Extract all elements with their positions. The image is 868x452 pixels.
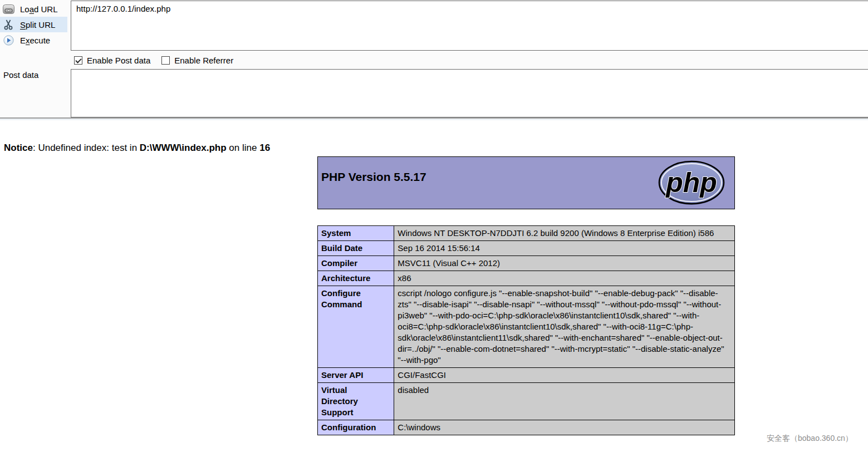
- info-row-label: System: [318, 226, 394, 241]
- table-row: Server APICGI/FastCGI: [318, 368, 735, 383]
- hackbar-toolbar: Load URL Split URL: [0, 0, 868, 119]
- scissors-icon: [2, 19, 15, 30]
- php-version-title: PHP Version 5.5.17: [321, 170, 426, 184]
- options-row: Enable Post data Enable Referrer: [74, 55, 233, 66]
- load-url-label: Load URL: [20, 4, 58, 14]
- info-row-label: Configure Command: [318, 286, 394, 368]
- accesskey-text: a: [30, 4, 34, 14]
- info-row-value: x86: [394, 271, 735, 286]
- php-logo-text: php: [665, 167, 717, 198]
- load-url-icon: [2, 4, 15, 14]
- enable-referrer-option[interactable]: Enable Referrer: [161, 56, 233, 65]
- notice-text: : Undefined index: test in: [33, 143, 140, 153]
- post-data-label: Post data: [3, 70, 38, 80]
- enable-post-data-label: Enable Post data: [87, 56, 150, 65]
- enable-referrer-label: Enable Referrer: [174, 56, 233, 65]
- execute-label: Execute: [20, 36, 50, 45]
- enable-post-data-option[interactable]: Enable Post data: [74, 56, 150, 65]
- info-row-value: Windows NT DESKTOP-N7DDJTI 6.2 build 920…: [394, 226, 735, 241]
- accesskey-text: x: [26, 36, 30, 45]
- notice-path: D:\WWW\index.php: [140, 143, 227, 153]
- info-row-value: CGI/FastCGI: [394, 368, 735, 383]
- info-row-value: disabled: [394, 383, 735, 420]
- table-row: ConfigurationC:\windows: [318, 420, 735, 435]
- enable-referrer-checkbox[interactable]: [161, 56, 170, 65]
- table-row: CompilerMSVC11 (Visual C++ 2012): [318, 256, 735, 271]
- label-text: d URL: [34, 4, 58, 14]
- info-row-value: C:\windows: [394, 420, 735, 435]
- info-row-label: Server API: [318, 368, 394, 383]
- table-row: Architecturex86: [318, 271, 735, 286]
- info-row-value: cscript /nologo configure.js "--enable-s…: [394, 286, 735, 368]
- info-row-label: Configuration: [318, 420, 394, 435]
- info-row-label: Virtual Directory Support: [318, 383, 394, 420]
- split-url-button[interactable]: Split URL: [0, 17, 67, 32]
- info-row-value: Sep 16 2014 15:56:14: [394, 241, 735, 256]
- label-text: ecute: [30, 36, 51, 45]
- php-logo-icon: php: [658, 160, 725, 208]
- notice-word: Notice: [4, 143, 33, 153]
- notice-line-number: 16: [259, 143, 270, 153]
- split-url-label: Split URL: [20, 20, 55, 30]
- php-version-header: PHP Version 5.5.17 php: [317, 156, 735, 209]
- load-url-button[interactable]: Load URL: [0, 1, 67, 17]
- php-notice: Notice: Undefined index: test in D:\WWW\…: [4, 143, 270, 154]
- screen: Load URL Split URL: [0, 0, 868, 452]
- notice-text: on line: [227, 143, 260, 153]
- execute-button[interactable]: Execute: [0, 32, 67, 48]
- table-row: Build DateSep 16 2014 15:56:14: [318, 241, 735, 256]
- php-info-table-body: SystemWindows NT DESKTOP-N7DDJTI 6.2 bui…: [318, 226, 735, 435]
- enable-post-data-checkbox[interactable]: [74, 56, 82, 65]
- info-row-label: Architecture: [318, 271, 394, 286]
- info-row-label: Build Date: [318, 241, 394, 256]
- label-text: E: [20, 36, 26, 45]
- url-input[interactable]: http://127.0.0.1/index.php: [71, 1, 868, 51]
- label-text: Lo: [20, 4, 30, 14]
- info-row-label: Compiler: [318, 256, 394, 271]
- accesskey-text: S: [20, 20, 26, 30]
- info-row-value: MSVC11 (Visual C++ 2012): [394, 256, 735, 271]
- post-data-input[interactable]: [71, 69, 868, 117]
- play-icon: [2, 35, 15, 46]
- table-row: Virtual Directory Supportdisabled: [318, 383, 735, 420]
- watermark: 安全客（bobao.360.cn）: [767, 434, 853, 444]
- php-info-table: SystemWindows NT DESKTOP-N7DDJTI 6.2 bui…: [317, 225, 735, 435]
- label-text: plit URL: [26, 20, 55, 30]
- table-row: SystemWindows NT DESKTOP-N7DDJTI 6.2 bui…: [318, 226, 735, 241]
- table-row: Configure Commandcscript /nologo configu…: [318, 286, 735, 368]
- page-content: Notice: Undefined index: test in D:\WWW\…: [0, 120, 868, 452]
